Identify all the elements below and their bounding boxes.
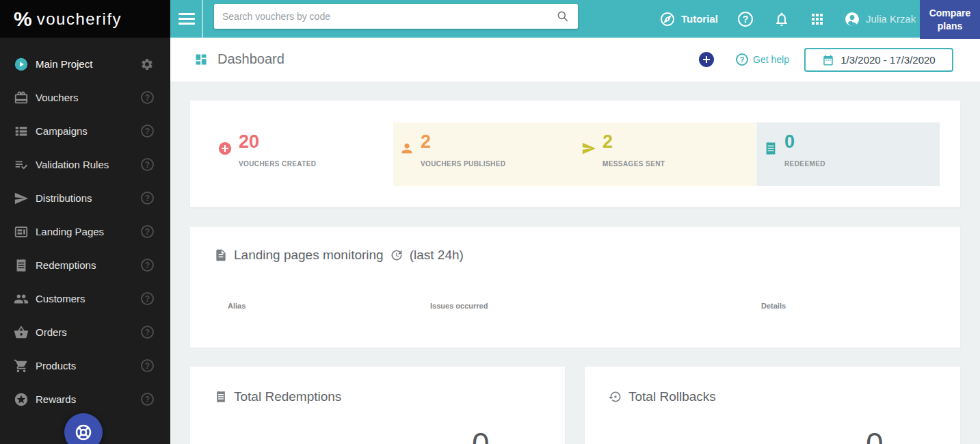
sidebar-item-landing-pages[interactable]: Landing Pages ?: [0, 215, 170, 248]
apps-grid-button[interactable]: [809, 0, 825, 38]
date-range-picker[interactable]: 1/3/2020 - 17/3/2020: [804, 48, 953, 72]
content-area: 20 VOUCHERS CREATED 2 VOUCHERS PUBLISHED: [170, 81, 980, 444]
sidebar-item-rewards[interactable]: Rewards ?: [0, 382, 170, 416]
hamburger-menu-icon[interactable]: [178, 10, 196, 27]
sidebar-item-label: Landing Pages: [36, 226, 141, 237]
date-range-value: 1/3/2020 - 17/3/2020: [840, 54, 935, 66]
page-title: Dashboard: [217, 51, 284, 67]
cart-icon: [14, 358, 29, 374]
receipt-icon: [214, 390, 228, 404]
person-icon: [399, 141, 414, 156]
total-rollbacks-card: Total Rollbacks 0: [585, 367, 960, 444]
add-button[interactable]: [699, 52, 714, 67]
help-question-icon: ?: [736, 53, 748, 66]
send-icon: [14, 191, 29, 206]
search-icon[interactable]: [556, 10, 570, 23]
column-header-details: Details: [761, 302, 786, 310]
help-question-icon[interactable]: ?: [141, 158, 154, 171]
sidebar-item-label: Validation Rules: [36, 159, 141, 170]
sidebar-item-label: Rewards: [36, 393, 141, 405]
sidebar-item-vouchers[interactable]: Vouchers ?: [0, 81, 170, 114]
document-icon: [214, 248, 228, 262]
sidebar-item-orders[interactable]: Orders ?: [0, 315, 170, 349]
list-icon: [14, 124, 29, 139]
sidebar-item-label: Main Project: [36, 58, 140, 70]
tutorial-label: Tutorial: [681, 13, 718, 25]
help-question-icon[interactable]: ?: [141, 326, 154, 339]
voucherify-app: % voucherify Main Project Vouchers ?: [0, 0, 980, 444]
help-question-icon[interactable]: ?: [141, 393, 154, 406]
sidebar-item-label: Distributions: [36, 192, 141, 204]
sidebar-item-customers[interactable]: Customers ?: [0, 282, 170, 315]
user-menu[interactable]: Julia Krzak: [844, 0, 916, 38]
compare-plans-line1: Compare: [929, 7, 971, 20]
logo-wordmark: voucherify: [37, 10, 122, 29]
get-help-link[interactable]: ? Get help: [736, 38, 789, 81]
column-header-alias: Alias: [228, 302, 246, 310]
landing-monitoring-title-row: Landing pages monitoring (last 24h): [214, 248, 464, 263]
sidebar-item-main-project[interactable]: Main Project: [0, 47, 170, 81]
bell-icon: [773, 11, 790, 27]
star-circle-icon: [14, 392, 29, 407]
compare-plans-button[interactable]: Compare plans: [920, 0, 980, 39]
stats-summary-card: 20 VOUCHERS CREATED 2 VOUCHERS PUBLISHED: [190, 101, 960, 207]
stat-label: VOUCHERS CREATED: [239, 160, 316, 168]
column-header-issues: Issues occurred: [430, 302, 488, 310]
topbar-divider: [202, 0, 203, 38]
sidebar-item-redemptions[interactable]: Redemptions ?: [0, 248, 170, 282]
history-icon: [609, 390, 622, 404]
help-question-icon[interactable]: ?: [141, 125, 154, 138]
help-question-icon: ?: [738, 12, 753, 27]
compare-plans-line2: plans: [938, 20, 963, 33]
stat-value: 2: [602, 132, 665, 153]
landing-pages-monitoring-card: Landing pages monitoring (last 24h) Alia…: [190, 227, 960, 348]
people-icon: [14, 291, 29, 306]
plus-circle-icon: [217, 141, 233, 156]
project-play-circle-icon: [14, 57, 29, 72]
voucherify-logo[interactable]: % voucherify: [0, 0, 170, 38]
support-lifebuoy-button[interactable]: [64, 413, 103, 444]
help-question-icon[interactable]: ?: [141, 259, 154, 272]
tutorial-button[interactable]: Tutorial: [659, 0, 718, 38]
help-button[interactable]: ?: [738, 0, 753, 38]
stat-vouchers-created: 20 VOUCHERS CREATED: [217, 132, 316, 168]
sidebar-item-validation-rules[interactable]: Validation Rules ?: [0, 148, 170, 181]
help-question-icon[interactable]: ?: [141, 225, 154, 238]
sidebar-item-label: Redemptions: [36, 259, 141, 271]
refresh-icon[interactable]: [390, 248, 403, 262]
send-icon: [581, 141, 596, 156]
avatar-icon: [844, 11, 860, 27]
sidebar-item-products[interactable]: Products ?: [0, 349, 170, 382]
receipt-icon: [763, 141, 778, 156]
lifebuoy-icon: [73, 422, 94, 443]
logo-percent-icon: %: [14, 8, 32, 31]
help-question-icon[interactable]: ?: [141, 292, 154, 305]
sidebar-item-label: Campaigns: [36, 125, 141, 137]
get-help-label: Get help: [753, 54, 789, 65]
page-header: Dashboard ? Get help 1/3/2020 - 17/3/202…: [170, 38, 980, 81]
sidebar-item-label: Customers: [36, 293, 141, 304]
total-redemptions-title: Total Redemptions: [234, 389, 341, 404]
apps-grid-icon: [809, 11, 825, 27]
project-settings-gear-icon[interactable]: [140, 57, 154, 71]
total-redemptions-title-row: Total Redemptions: [214, 389, 341, 404]
playlist-check-icon: [14, 157, 29, 172]
sidebar-item-distributions[interactable]: Distributions ?: [0, 181, 170, 215]
notifications-button[interactable]: [773, 0, 790, 38]
topbar: Tutorial ? Julia Krzak Compare plans: [170, 0, 980, 38]
web-layout-icon: [14, 224, 29, 239]
stat-value: 0: [784, 132, 825, 153]
sidebar-item-campaigns[interactable]: Campaigns ?: [0, 114, 170, 148]
stat-label: MESSAGES SENT: [602, 160, 665, 168]
total-rollbacks-title-row: Total Rollbacks: [609, 389, 716, 404]
help-question-icon[interactable]: ?: [141, 91, 154, 104]
stat-value: 2: [421, 132, 505, 153]
help-question-icon[interactable]: ?: [141, 192, 154, 205]
stat-vouchers-published: 2 VOUCHERS PUBLISHED: [399, 132, 505, 168]
total-redemptions-card: Total Redemptions 0: [190, 367, 565, 444]
search-input[interactable]: [222, 11, 556, 22]
help-question-icon[interactable]: ?: [141, 359, 154, 372]
search-box: [214, 4, 578, 29]
dashboard-icon: [194, 53, 208, 66]
total-redemptions-value: 0: [472, 426, 490, 444]
